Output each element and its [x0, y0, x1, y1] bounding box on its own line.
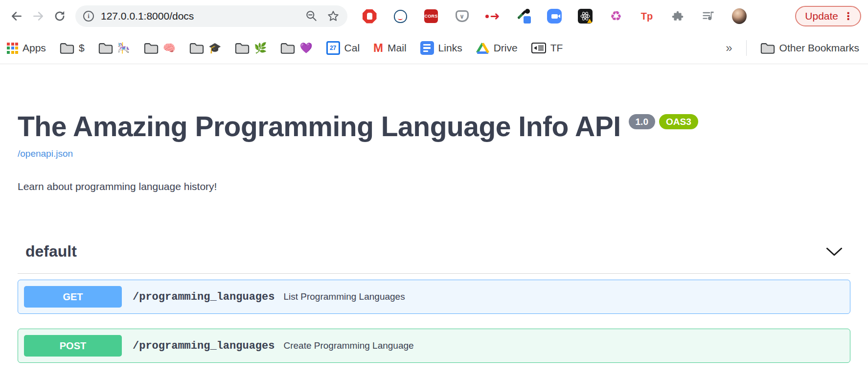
cors-extension-icon[interactable]: CORS	[424, 9, 438, 24]
bookmarks-separator	[746, 40, 747, 56]
zoom-app-extension-icon[interactable]	[547, 9, 562, 24]
operation-path: /programming_languages	[133, 291, 274, 303]
eyedropper-extension-icon[interactable]	[516, 9, 531, 24]
get-method-badge: GET	[24, 286, 122, 308]
api-header: The Amazing Programming Language Info AP…	[18, 110, 850, 143]
calendar-icon: 27	[326, 41, 340, 55]
post-method-badge: POST	[24, 335, 122, 357]
bookmark-apps[interactable]: Apps	[7, 42, 46, 54]
tag-name: default	[25, 242, 77, 261]
reload-icon	[53, 10, 66, 23]
tag-header[interactable]: default	[18, 242, 850, 274]
url-text[interactable]: 127.0.0.1:8000/docs	[101, 10, 194, 22]
gmail-icon: M	[373, 42, 383, 54]
zoom-out-icon[interactable]	[305, 10, 318, 23]
newsletter-icon	[531, 43, 546, 53]
bookmarks-overflow-chevron[interactable]: »	[726, 41, 732, 55]
folder-icon	[189, 42, 204, 54]
bookmark-folder-dollar[interactable]: $	[60, 42, 85, 54]
adblocker-extension-icon[interactable]	[362, 9, 377, 24]
back-button[interactable]	[6, 5, 27, 27]
swagger-page: The Amazing Programming Language Info AP…	[0, 110, 868, 363]
operation-path: /programming_languages	[133, 340, 274, 352]
folder-icon	[280, 42, 295, 54]
version-badge: 1.0	[629, 114, 655, 129]
operation-summary: List Programming Languages	[283, 291, 405, 302]
api-description: Learn about programming language history…	[18, 181, 850, 192]
bookmark-drive[interactable]: Drive	[476, 42, 518, 54]
red-arrow-extension-icon[interactable]: ➜	[485, 9, 500, 24]
folder-icon	[144, 42, 159, 54]
folder-icon	[60, 42, 74, 54]
openapi-json-link[interactable]: /openapi.json	[18, 148, 73, 159]
update-label: Update	[805, 10, 838, 22]
music-queue-icon[interactable]	[701, 9, 716, 24]
bookmark-links[interactable]: Links	[420, 41, 462, 55]
operation-summary: Create Programming Language	[283, 340, 413, 351]
reload-button[interactable]	[49, 5, 70, 27]
oas3-badge: OAS3	[659, 114, 698, 129]
browser-menu-icon[interactable]: ⋮	[843, 10, 853, 22]
react-devtools-extension-icon[interactable]	[578, 9, 593, 24]
forward-arrow-icon	[32, 10, 45, 23]
bookmark-tf[interactable]: TF	[531, 42, 563, 54]
chat-extension-icon[interactable]	[393, 9, 408, 24]
site-info-icon[interactable]: i	[83, 11, 94, 22]
bookmarks-bar: Apps $ 🎠 🧠 🎓 🌿 💜 27	[0, 32, 868, 64]
address-bar[interactable]: i 127.0.0.1:8000/docs	[75, 5, 347, 27]
chevron-down-icon[interactable]	[826, 247, 843, 256]
bookmark-calendar[interactable]: 27 Cal	[326, 41, 360, 55]
bookmark-gmail[interactable]: M Mail	[373, 42, 407, 54]
folder-icon	[235, 42, 250, 54]
bookmark-folder-carousel[interactable]: 🎠	[98, 42, 130, 54]
apps-grid-icon	[7, 43, 18, 54]
operation-row-post[interactable]: POST /programming_languages Create Progr…	[18, 329, 850, 363]
operation-row-get[interactable]: GET /programming_languages List Programm…	[18, 280, 850, 314]
drive-icon	[476, 42, 489, 54]
tag-section-default: default GET /programming_languages List …	[18, 242, 850, 363]
bookmark-folder-brain[interactable]: 🧠	[144, 42, 176, 54]
forward-button[interactable]	[27, 5, 49, 27]
chrome-update-button[interactable]: Update ⋮	[795, 6, 861, 26]
api-badges: 1.0 OAS3	[629, 114, 698, 129]
bookmark-folder-heart[interactable]: 💜	[280, 42, 312, 54]
bookmark-folder-herb[interactable]: 🌿	[235, 42, 267, 54]
links-icon	[420, 41, 434, 55]
extensions-row: CORS ∨ ➜ ♻ Tp	[362, 9, 747, 24]
page-title: The Amazing Programming Language Info AP…	[18, 110, 621, 143]
extensions-puzzle-icon[interactable]	[670, 9, 685, 24]
folder-icon	[760, 42, 775, 54]
pocket-extension-icon[interactable]: ∨	[455, 9, 469, 24]
browser-toolbar: i 127.0.0.1:8000/docs CORS ∨ ➜	[0, 0, 868, 32]
folder-icon	[98, 42, 113, 54]
back-arrow-icon	[10, 10, 23, 23]
bookmark-folder-graduation[interactable]: 🎓	[189, 42, 221, 54]
other-bookmarks[interactable]: Other Bookmarks	[760, 42, 859, 54]
tp-extension-icon[interactable]: Tp	[640, 9, 654, 24]
bookmark-star-icon[interactable]	[327, 10, 340, 23]
recycle-extension-icon[interactable]: ♻	[609, 9, 623, 24]
profile-avatar[interactable]	[732, 9, 747, 24]
